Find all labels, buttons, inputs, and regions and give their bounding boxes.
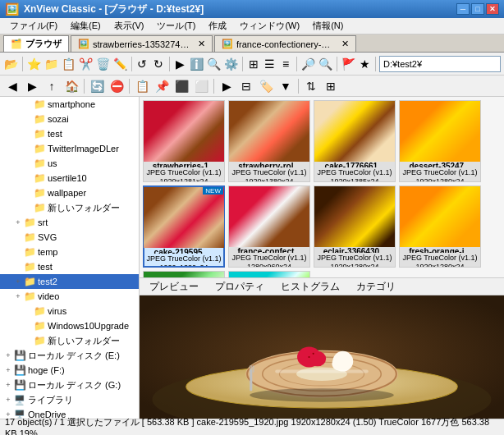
zoom-in-button[interactable]: 🔎 <box>300 55 316 73</box>
tree-toggle[interactable]: + <box>13 277 23 286</box>
thumbnail-item[interactable]: mineral-water-...JPEG TrueColor (v1.1)19… <box>228 271 310 277</box>
tree-item[interactable]: +srt <box>0 215 139 230</box>
menu-edit[interactable]: 編集(E) <box>64 18 108 34</box>
tree-item[interactable]: test <box>0 259 139 274</box>
tree-item[interactable]: virus <box>0 304 139 318</box>
up-button[interactable]: ↑ <box>43 77 61 95</box>
tab-france[interactable]: 🖼️ france-confectionery-83373_1280.... ✕ <box>214 35 356 52</box>
tree-item[interactable]: 新しいフォルダー <box>0 200 139 215</box>
back-button[interactable]: ◀ <box>3 77 21 95</box>
sort-button[interactable]: ⇅ <box>302 77 320 95</box>
tree-item[interactable]: temp <box>0 245 139 259</box>
tree-folder-icon <box>33 128 46 140</box>
thumbnail-item[interactable]: strawberries-1...JPEG TrueColor (v1.1)19… <box>143 100 225 182</box>
thumbnail-item[interactable]: dessert-35247...JPEG TrueColor (v1.1)192… <box>399 100 481 182</box>
down-arrow-button[interactable]: ▼ <box>277 77 295 95</box>
preview-tab-properties[interactable]: プロパティ <box>212 278 268 295</box>
tree-item[interactable]: wallpaper <box>0 185 139 200</box>
close-tab-icon2[interactable]: ✕ <box>341 39 349 49</box>
select-all-button[interactable]: ⬛ <box>172 77 190 95</box>
tab-browser[interactable]: 🗂️ ブラウザ <box>3 35 69 52</box>
tree-item[interactable]: TwitterImageDLer <box>0 141 139 156</box>
slideshow-button[interactable]: ▶ <box>218 77 236 95</box>
compare-button[interactable]: ⊟ <box>237 77 255 95</box>
tree-item[interactable]: sozai <box>0 112 139 126</box>
thumbnail-label: cake-1776661... <box>315 162 394 167</box>
invert-button[interactable]: ⬜ <box>192 77 210 95</box>
preview-tabs: プレビュー プロパティ ヒストグラム カテゴリ <box>140 277 504 295</box>
folder-open-button[interactable]: 📂 <box>3 55 19 73</box>
menu-tools[interactable]: ツール(T) <box>150 18 202 34</box>
copy2-button[interactable]: 📋 <box>133 77 151 95</box>
delete-button[interactable]: 🗑️ <box>95 55 111 73</box>
thumbnail-item[interactable]: strawberry-rol...JPEG TrueColor (v1.1)19… <box>228 100 310 182</box>
thumbnail-item[interactable]: france-confect...JPEG TrueColor (v1.1)12… <box>228 185 310 268</box>
close-button[interactable]: ✕ <box>486 3 499 15</box>
tree-item[interactable]: +ローカル ディスク (E:) <box>0 348 139 363</box>
refresh-button[interactable]: 🔄 <box>88 77 106 95</box>
tree-toggle[interactable]: + <box>3 366 13 374</box>
tree-item[interactable]: smartphone <box>0 97 139 112</box>
thumbnail-item[interactable]: fresh-orange-j...JPEG TrueColor (v1.1)19… <box>399 185 481 268</box>
rotate-left-button[interactable]: ↺ <box>135 55 150 73</box>
maximize-button[interactable]: □ <box>471 3 484 15</box>
tree-item[interactable]: test <box>0 126 139 141</box>
rotate-right-button[interactable]: ↻ <box>151 55 166 73</box>
tree-item[interactable]: +hoge (F:) <box>0 363 139 378</box>
tree-toggle[interactable]: + <box>13 218 23 227</box>
list-button[interactable]: ☰ <box>263 55 277 73</box>
tree-toggle[interactable]: + <box>3 396 13 404</box>
rename-button[interactable]: ✏️ <box>112 55 128 73</box>
tree-item[interactable]: us <box>0 156 139 171</box>
thumbnail-info: JPEG TrueColor (v1.1)1920x1380x24 <box>229 167 309 181</box>
thumbnail-item[interactable]: cake-1776661...JPEG TrueColor (v1.1)1920… <box>314 100 396 182</box>
menu-info[interactable]: 情報(N) <box>306 18 350 34</box>
play-button[interactable]: ▶ <box>173 55 188 73</box>
menu-file[interactable]: ファイル(F) <box>3 18 64 34</box>
tree-item[interactable]: +test2 <box>0 274 139 289</box>
preview-tab-category[interactable]: カテゴリ <box>353 278 399 295</box>
paste-button[interactable]: 📌 <box>153 77 171 95</box>
home-button[interactable]: 🏠 <box>62 77 80 95</box>
tree-item[interactable]: +video <box>0 289 139 304</box>
menu-window[interactable]: ウィンドウ(W) <box>233 18 306 34</box>
tree-toggle[interactable]: + <box>3 381 13 389</box>
tree-folder-icon <box>33 113 46 125</box>
zoom-out-button[interactable]: 🔍 <box>318 55 333 73</box>
address-bar[interactable] <box>379 56 501 72</box>
star-button[interactable]: ⭐ <box>26 55 42 73</box>
grid-button[interactable]: ⊞ <box>246 55 261 73</box>
thumbnail-item[interactable]: NEWcake-219595_...JPEG TrueColor (v1.1)1… <box>143 185 225 268</box>
tree-toggle[interactable]: + <box>13 292 23 300</box>
tree-item[interactable]: 新しいフォルダー <box>0 333 139 348</box>
group-button[interactable]: ⊞ <box>322 77 340 95</box>
move-button[interactable]: ✂️ <box>78 55 94 73</box>
folder-button[interactable]: 📁 <box>44 55 59 73</box>
minimize-button[interactable]: ─ <box>456 3 470 15</box>
flag-button[interactable]: 🚩 <box>341 55 356 73</box>
search-button[interactable]: 🔍 <box>206 55 222 73</box>
stop-button[interactable]: ⛔ <box>108 77 126 95</box>
separator-7 <box>375 57 376 71</box>
forward-button[interactable]: ▶ <box>23 77 41 95</box>
preview-tab-histogram[interactable]: ヒストグラム <box>277 278 343 295</box>
info-button[interactable]: ℹ️ <box>189 55 204 73</box>
copy-button[interactable]: 📋 <box>61 55 76 73</box>
tab-strawberry[interactable]: 🖼️ strawberries-1353274_1920.jpg ✕ <box>71 35 213 52</box>
detail-button[interactable]: ≡ <box>278 55 293 73</box>
tree-item[interactable]: +ローカル ディスク (G:) <box>0 378 139 392</box>
tree-toggle[interactable]: + <box>3 351 13 359</box>
star2-button[interactable]: ★ <box>358 55 373 73</box>
tag-button[interactable]: 🏷️ <box>257 77 275 95</box>
preview-tab-preview[interactable]: プレビュー <box>146 278 202 295</box>
close-tab-icon[interactable]: ✕ <box>198 39 205 49</box>
tree-item[interactable]: usertile10 <box>0 171 139 185</box>
tree-item[interactable]: SVG <box>0 230 139 245</box>
menu-view[interactable]: 表示(V) <box>108 18 151 34</box>
menu-create[interactable]: 作成 <box>202 18 233 34</box>
settings-button[interactable]: ⚙️ <box>223 55 239 73</box>
thumbnail-item[interactable]: eclair-3366430...JPEG TrueColor (v1.1)19… <box>314 185 396 268</box>
thumbnail-item[interactable]: teacup-232572...JPEG TrueColor (v1.1)192… <box>143 271 225 277</box>
tree-item[interactable]: Windows10Upgrade <box>0 318 139 333</box>
tree-item[interactable]: +ライブラリ <box>0 392 139 407</box>
